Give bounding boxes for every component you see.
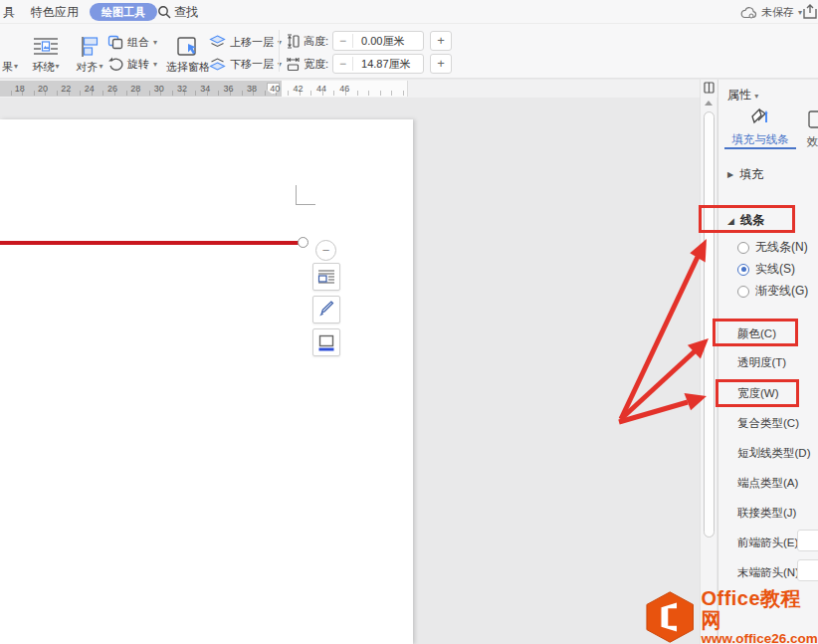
- ruler-tick: 44: [309, 81, 332, 97]
- align-icon: [78, 35, 102, 59]
- watermark-logo: Office教程网 www.office26.com: [645, 590, 818, 644]
- radio-icon: [737, 286, 749, 298]
- group-shapes-icon: [107, 35, 123, 50]
- compound-type-option[interactable]: 复合类型(C): [737, 416, 799, 431]
- ruler-tick: 18: [8, 81, 31, 97]
- tab-effects[interactable]: 效果: [798, 102, 818, 149]
- height-decrement-button[interactable]: −: [333, 34, 353, 48]
- join-type-option[interactable]: 联接类型(J): [737, 506, 796, 521]
- width-value-input[interactable]: 14.87厘米: [353, 57, 423, 72]
- tab-fill-line-label: 填充与线条: [731, 132, 789, 147]
- cloud-icon: [740, 6, 757, 19]
- ruler-tick: 42: [287, 81, 309, 97]
- height-value-input[interactable]: 0.00厘米: [353, 34, 423, 49]
- properties-panel: 属性 ▾ 填充与线条 效果 ▶ 填充 ◢ 线条: [717, 80, 818, 644]
- document-canvas[interactable]: −: [0, 98, 700, 644]
- ruler-tick: 24: [78, 81, 101, 97]
- cap-type-option[interactable]: 端点类型(A): [737, 476, 798, 491]
- find-label: 查找: [174, 4, 198, 21]
- transparency-option[interactable]: 透明度(T): [737, 355, 786, 370]
- scroll-up-arrow[interactable]: [705, 101, 713, 106]
- align-label: 对齐: [76, 59, 98, 75]
- page-margin-corner-mark: [296, 185, 315, 205]
- begin-arrow-option[interactable]: 前端箭头(E): [737, 536, 798, 550]
- send-backward-label: 下移一层: [230, 57, 274, 72]
- fill-section-label: 填充: [739, 166, 763, 183]
- chevron-down-icon: ▾: [55, 59, 59, 75]
- send-backward-button[interactable]: 下移一层 ▾: [209, 55, 282, 73]
- line-color-option[interactable]: 颜色(C): [737, 326, 776, 341]
- effect-button-partial[interactable]: 果▾: [0, 27, 20, 75]
- radio-no-line[interactable]: 无线条(N): [737, 239, 808, 256]
- office-hexagon-icon: [645, 590, 695, 644]
- ruler-tick: 28: [124, 81, 147, 97]
- ruler-tick: 22: [55, 81, 78, 97]
- tab-fill-and-line[interactable]: 填充与线条: [724, 102, 796, 149]
- bring-forward-button[interactable]: 上移一层 ▾: [209, 33, 282, 51]
- ruler-tick: 40: [264, 81, 287, 97]
- text-wrap-icon: [33, 35, 59, 59]
- tab-tools-partial[interactable]: 具: [3, 0, 15, 24]
- line-section-header[interactable]: ◢ 线条: [727, 212, 764, 229]
- wrap-label: 环绕: [32, 59, 54, 75]
- height-icon: [287, 34, 300, 49]
- height-control: 高度: − 0.00厘米 +: [287, 31, 452, 51]
- document-page[interactable]: [0, 119, 413, 644]
- watermark-title: Office教程网: [701, 587, 818, 631]
- quick-style-brush-button[interactable]: [312, 296, 340, 323]
- width-increment-button[interactable]: +: [430, 54, 452, 74]
- wrap-button[interactable]: 环绕▾: [26, 27, 66, 75]
- width-decrement-button[interactable]: −: [333, 57, 353, 71]
- toolbar-separator: [279, 30, 280, 72]
- pane-toggle-icon[interactable]: [704, 82, 715, 94]
- chevron-down-icon: ▾: [14, 59, 18, 75]
- effect-label: 果: [2, 59, 13, 75]
- horizontal-ruler[interactable]: 18 20 22 24 26 28 30 32 34 36 38 40 42 4…: [0, 80, 818, 98]
- gradient-line-label: 渐变线(G): [755, 283, 808, 300]
- save-status[interactable]: 未保存 ▾: [740, 0, 802, 24]
- watermark-text: Office教程网 www.office26.com: [701, 587, 818, 644]
- paint-bucket-icon: [747, 107, 773, 130]
- vertical-scrollbar[interactable]: [700, 80, 716, 644]
- width-label: 宽度:: [304, 57, 328, 72]
- height-increment-button[interactable]: +: [430, 31, 452, 51]
- end-arrow-option[interactable]: 末端箭头(N): [737, 565, 799, 580]
- fill-section-header[interactable]: ▶ 填充: [727, 166, 763, 183]
- line-section-label: 线条: [740, 212, 764, 229]
- radio-gradient-line[interactable]: 渐变线(G): [737, 283, 808, 300]
- tab-special-apps[interactable]: 特色应用: [31, 0, 79, 24]
- share-icon[interactable]: [802, 4, 818, 20]
- search-icon: [157, 5, 171, 19]
- line-width-option[interactable]: 宽度(W): [737, 386, 779, 401]
- line-endpoint-handle[interactable]: [298, 237, 308, 248]
- selection-pane-label: 选择窗格: [166, 59, 210, 75]
- width-icon: [287, 57, 300, 72]
- chevron-down-icon: ▾: [99, 59, 102, 75]
- rotate-button[interactable]: 旋转 ▾: [107, 55, 157, 73]
- chevron-down-icon: ▾: [754, 92, 758, 101]
- layout-options-button[interactable]: [312, 263, 340, 291]
- outline-color-button[interactable]: [312, 328, 340, 356]
- group-button[interactable]: 组合 ▾: [107, 33, 157, 51]
- ruler-tick: 36: [217, 81, 240, 97]
- end-arrow-dropdown[interactable]: [797, 559, 818, 581]
- chevron-down-icon: ▾: [153, 38, 157, 47]
- height-label: 高度:: [304, 34, 328, 49]
- ruler-tick-labels: 18 20 22 24 26 28 30 32 34 36 38 40 42 4…: [8, 81, 356, 97]
- scrollbar-thumb[interactable]: [704, 111, 715, 537]
- find-button[interactable]: 查找: [157, 0, 198, 24]
- selection-pane-button[interactable]: 选择窗格: [165, 27, 211, 75]
- radio-solid-line[interactable]: 实线(S): [737, 261, 795, 278]
- effects-icon: [807, 108, 818, 132]
- tab-drawing-tools-active[interactable]: 绘图工具: [90, 3, 157, 21]
- drawn-red-line-shape[interactable]: [0, 241, 302, 245]
- collapsed-arrow-icon: ▶: [727, 170, 733, 179]
- width-control: 宽度: − 14.87厘米 +: [287, 54, 452, 74]
- menu-bar: 具 特色应用 绘图工具 查找 未保存 ▾: [0, 0, 818, 24]
- ruler-tick: 32: [170, 81, 193, 97]
- begin-arrow-dropdown[interactable]: [797, 530, 818, 551]
- align-button[interactable]: 对齐▾: [70, 27, 109, 75]
- dash-type-option[interactable]: 短划线类型(D): [737, 446, 810, 461]
- collapse-toolbar-button[interactable]: −: [315, 240, 336, 261]
- bring-forward-label: 上移一层: [230, 35, 274, 50]
